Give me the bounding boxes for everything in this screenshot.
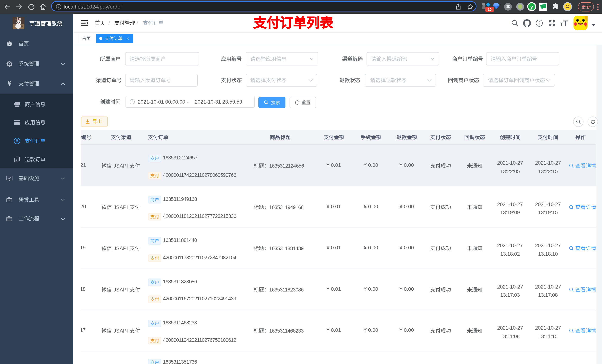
svg-text:¥: ¥: [7, 80, 11, 87]
svg-text:¥: ¥: [16, 138, 18, 143]
svg-text:1635311823086: 1635311823086: [269, 287, 304, 292]
svg-text:1635311881439: 1635311881439: [269, 246, 304, 251]
svg-text:1635311949168: 1635311949168: [269, 204, 304, 209]
svg-text:?: ?: [538, 21, 540, 26]
svg-text:JSAPI: JSAPI: [113, 328, 128, 333]
svg-text:JSAPI: JSAPI: [113, 246, 128, 251]
svg-text:y: y: [530, 4, 533, 10]
svg-text:JSAPI: JSAPI: [113, 287, 128, 292]
svg-text:1635312124656: 1635312124656: [269, 163, 304, 168]
svg-text:JSAPI: JSAPI: [113, 204, 128, 209]
svg-text:1635311468233: 1635311468233: [269, 328, 304, 333]
svg-text:JSAPI: JSAPI: [113, 163, 128, 168]
svg-text:⌘: ⌘: [505, 4, 510, 9]
